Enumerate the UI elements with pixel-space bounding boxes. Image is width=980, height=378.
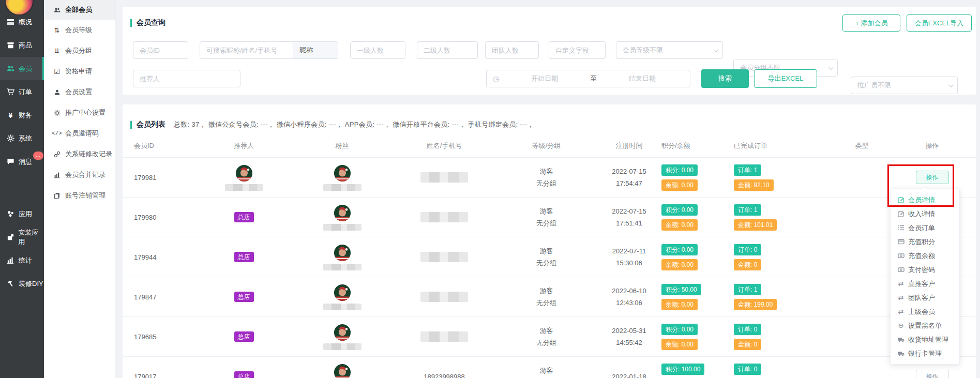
sidebar-item-install-app[interactable]: 安装应用	[0, 225, 44, 249]
keyword-search-input[interactable]	[200, 47, 293, 54]
level1-count-field[interactable]	[350, 41, 405, 59]
dropdown-menu-item[interactable]: ⇄团队客户	[891, 291, 959, 305]
sidebar-item-message[interactable]: 消息…	[0, 150, 44, 173]
gear-icon	[53, 110, 61, 116]
team-count-field[interactable]	[485, 41, 539, 59]
member-stats-line: 总数: 37， 微信公众号会员: ---， 微信小程序会员: ---， APP会…	[174, 120, 534, 129]
truck-icon	[897, 336, 904, 343]
cell-member-id: 179944	[123, 253, 196, 261]
keyword-search-field[interactable]: 昵称	[200, 41, 338, 59]
balance-badge: 余额: 0.00	[661, 259, 698, 270]
blurred-nickname	[225, 184, 263, 191]
table-row: 179685总店游客无分组2022-05-3114:55:42积分: 0.00余…	[123, 317, 976, 357]
referrer-input[interactable]	[133, 75, 240, 83]
cell-level-group: 游客无分组	[496, 325, 597, 349]
blurred-name	[420, 212, 468, 222]
promoter-select[interactable]: 推广员不限	[851, 77, 958, 94]
amount-badge: 金额: 101.01	[734, 219, 777, 231]
register-date-range[interactable]: ◷ 开始日期 至 结束日期	[486, 70, 690, 87]
sidebar-item-statistics[interactable]: 统计	[0, 249, 44, 272]
member-id-field[interactable]	[133, 41, 188, 59]
dropdown-menu-item[interactable]: 会员订单	[891, 221, 959, 235]
sidebar-item-goods[interactable]: 商品	[0, 34, 44, 57]
submenu-item-all-members[interactable]: 全部会员	[44, 0, 115, 20]
custom-field[interactable]	[549, 41, 606, 59]
dropdown-menu-item[interactable]: ⊖设置黑名单	[891, 319, 959, 332]
sidebar-item-overview[interactable]: 概况	[0, 10, 44, 34]
dropdown-menu-item[interactable]: 收货地址管理	[891, 332, 959, 346]
dropdown-menu-item[interactable]: 支付密码	[891, 263, 959, 277]
sidebar-nav: 概况商品会员订单¥财务系统消息…应用安装应用统计装修DIY	[0, 10, 44, 295]
orders-badge: 订单: 0	[734, 324, 761, 335]
dropdown-menu-item[interactable]: 收入详情	[891, 207, 959, 221]
sidebar-item-member[interactable]: 会员	[0, 57, 44, 80]
cell-referrer: 总店	[196, 371, 292, 378]
submenu-item-merge-log[interactable]: 会员合并记录	[44, 164, 115, 185]
table-row: 179847总店游客无分组2022-06-1012:43:06积分: 50.00…	[123, 277, 976, 317]
sidebar-item-app[interactable]: 应用	[0, 202, 44, 225]
team-count-input[interactable]	[486, 47, 538, 54]
member-id-input[interactable]	[133, 47, 188, 54]
stats-icon	[6, 256, 15, 264]
row-action-button[interactable]: 操作	[916, 171, 949, 184]
column-header: 粉丝	[292, 141, 393, 150]
end-date-input[interactable]: 结束日期	[601, 74, 684, 83]
column-header: 等级/分组	[496, 141, 597, 150]
member-excel-import-button[interactable]: 会员EXCEL导入	[907, 14, 972, 32]
submenu-item-promotion-center[interactable]: 推广中心设置	[44, 102, 115, 123]
submenu-item-qualification[interactable]: ☑资格申请	[44, 61, 115, 82]
menu-item-label: 支付密码	[908, 265, 935, 275]
search-button[interactable]: 搜索	[701, 69, 749, 88]
referrer-field[interactable]	[133, 70, 240, 87]
add-member-button[interactable]: + 添加会员	[842, 14, 900, 32]
submenu-item-label: 推广中心设置	[65, 108, 105, 117]
head-shop-badge: 总店	[234, 371, 254, 378]
sidebar-item-label: 装修DIY	[19, 279, 43, 289]
column-header: 操作	[904, 141, 960, 150]
sidebar-item-finance[interactable]: ¥财务	[0, 103, 44, 127]
submenu-item-member-group[interactable]: ⇊会员分组	[44, 40, 115, 61]
menu-item-label: 团队客户	[908, 293, 935, 303]
people-icon	[6, 65, 15, 72]
dropdown-menu-item[interactable]: 会员详情	[891, 193, 959, 207]
menu-item-label: 直推客户	[908, 279, 935, 289]
balance-badge: 余额: 0.00	[661, 339, 698, 350]
main-content: 会员查询 + 添加会员 会员EXCEL导入 昵称	[116, 0, 980, 378]
submenu-item-account-cancel[interactable]: 账号注销管理	[44, 185, 115, 206]
dropdown-menu-item[interactable]: 充值余额	[891, 249, 959, 263]
level2-count-input[interactable]	[417, 47, 477, 54]
amount-badge: 金额: 199.00	[734, 299, 777, 310]
blurred-nickname	[323, 264, 361, 270]
submenu-item-member-settings[interactable]: 会员设置	[44, 82, 115, 102]
table-body: 179981游客无分组2022-07-1517:54:47积分: 0.00余额:…	[123, 158, 976, 378]
cell-level-group: 游客无分组	[496, 365, 597, 378]
cell-fans	[292, 364, 393, 378]
level1-count-input[interactable]	[351, 47, 405, 54]
dropdown-menu-item[interactable]: ⇄直推客户	[891, 277, 959, 291]
title-accent-bar	[130, 19, 132, 27]
cell-member-id: 179980	[123, 214, 196, 221]
submenu-item-relation-log[interactable]: 关系链修改记录	[44, 144, 115, 164]
member-avatar	[334, 284, 351, 301]
submenu-item-member-level[interactable]: ⇅会员等级	[44, 20, 115, 40]
search-type-select[interactable]: 昵称	[293, 42, 338, 58]
dropdown-menu-item[interactable]: ⇄上级会员	[891, 305, 959, 319]
cell-referrer: 总店	[196, 331, 292, 342]
custom-field-input[interactable]	[549, 47, 605, 54]
people-icon	[53, 7, 61, 13]
points-badge: 积分: 0.00	[661, 204, 698, 216]
dropdown-menu-item[interactable]: 银行卡管理	[891, 346, 959, 360]
member-grade-select[interactable]: 会员等级不限	[616, 41, 723, 59]
cart-icon	[6, 88, 15, 96]
orders-badge: 订单: 0	[734, 244, 761, 255]
submenu-item-invite-code[interactable]: </>会员邀请码	[44, 123, 115, 144]
sidebar-item-decorate-diy[interactable]: 装修DIY	[0, 272, 44, 295]
cell-points-balance: 积分: 0.00余额: 0.00	[661, 324, 734, 350]
sidebar-item-system[interactable]: 系统	[0, 127, 44, 150]
row-action-button[interactable]: 操作	[916, 370, 949, 378]
level2-count-field[interactable]	[417, 41, 478, 59]
export-excel-button[interactable]: 导出EXCEL	[754, 69, 817, 88]
dropdown-menu-item[interactable]: 充值积分	[891, 235, 959, 249]
start-date-input[interactable]: 开始日期	[503, 74, 586, 83]
sidebar-item-order[interactable]: 订单	[0, 80, 44, 103]
